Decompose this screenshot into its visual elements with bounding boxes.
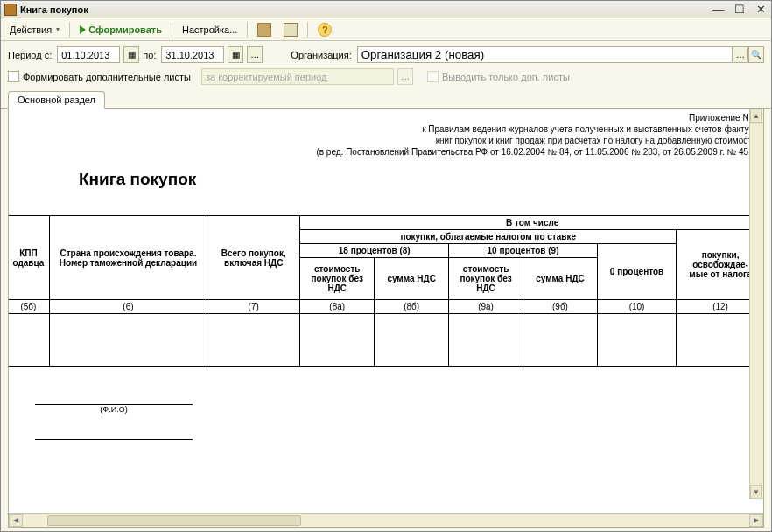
period-to-input[interactable] (161, 46, 224, 63)
corrected-period-button: … (397, 68, 413, 85)
data-cell (9, 314, 49, 367)
actions-label: Действия (10, 24, 52, 35)
col-taxable: покупки, облагаемые налогом по ставке (300, 230, 677, 244)
signature-block: (Ф.И.О) (35, 393, 763, 440)
tab-main-section[interactable]: Основной раздел (8, 91, 105, 108)
report-meta-2: к Правилам ведения журналов учета получе… (16, 123, 756, 135)
num-8a: (8а) (300, 300, 375, 314)
scroll-right-button[interactable]: ▶ (749, 514, 763, 527)
data-cell (523, 314, 598, 367)
hscroll-track[interactable] (23, 514, 749, 527)
only-extra-checkbox (427, 71, 439, 82)
col-0: 0 процентов (597, 244, 676, 300)
num-9a: (9а) (449, 300, 523, 314)
period-from-input[interactable] (57, 46, 120, 63)
hscroll-thumb[interactable] (47, 515, 301, 526)
col-8a-h: стоимость покупок без НДС (300, 258, 375, 300)
generate-label: Сформировать (88, 24, 162, 35)
folder-icon (284, 23, 298, 37)
org-select-button[interactable]: … (733, 46, 748, 63)
data-cell (300, 314, 375, 367)
vertical-scrollbar[interactable]: ▲ ▼ (749, 108, 763, 499)
data-cell (375, 314, 449, 367)
horizontal-scrollbar[interactable]: ◀ ▶ (9, 513, 763, 527)
toolbar-separator (307, 22, 308, 38)
tab-main-label: Основной раздел (18, 94, 95, 105)
tab-bar: Основной раздел (1, 90, 771, 108)
help-button[interactable]: ? (312, 21, 337, 38)
only-extra-label: Выводить только доп. листы (442, 72, 570, 82)
corrected-period-field: за корректируемый период (201, 68, 394, 85)
signature-line-2 (35, 428, 193, 440)
toolbar-separator (172, 22, 172, 38)
main-toolbar: Действия Сформировать Настройка... ? (1, 18, 771, 41)
col-9a-h: стоимость покупок без НДС (449, 258, 523, 300)
report-meta-1: Приложение N 2 (16, 112, 756, 123)
generate-button[interactable]: Сформировать (74, 23, 167, 37)
period-to-calendar[interactable]: ▦ (228, 46, 243, 63)
num-9b: (9б) (523, 300, 598, 314)
report-area: Приложение N 2 к Правилам ведения журнал… (8, 108, 764, 528)
signature-label: (Ф.И.О) (35, 405, 193, 414)
num-5b: (5б) (9, 300, 49, 314)
window-title: Книга покупок (20, 4, 712, 15)
data-cell (49, 314, 207, 367)
data-cell (207, 314, 300, 367)
extra-sheets-checkbox[interactable] (8, 71, 19, 82)
col-total: Всего покупок, включая НДС (207, 216, 300, 300)
scroll-left-button[interactable]: ◀ (9, 514, 23, 527)
app-icon (4, 4, 17, 16)
num-10: (10) (597, 300, 676, 314)
data-cell (449, 314, 523, 367)
purchase-table: КПП одавца Страна происхождения товара. … (9, 215, 763, 367)
col-8b-h: сумма НДС (375, 258, 449, 300)
period-from-label: Период с: (8, 50, 53, 60)
col-18: 18 процентов (8) (300, 244, 449, 258)
scroll-down-button[interactable]: ▼ (750, 485, 762, 499)
vscroll-track[interactable] (750, 122, 763, 485)
settings-label: Настройка... (182, 24, 237, 35)
minimize-button[interactable]: — (712, 3, 726, 16)
report-meta-4: (в ред. Постановлений Правительства РФ о… (16, 146, 756, 158)
period-select-button[interactable]: … (247, 46, 263, 63)
maximize-button[interactable]: ☐ (733, 3, 747, 16)
corrected-period-placeholder: за корректируемый период (206, 72, 327, 82)
report-title: Книга покупок (9, 159, 763, 215)
settings-button[interactable]: Настройка... (177, 23, 242, 37)
col-country: Страна происхождения товара. Номер тамож… (49, 216, 207, 300)
toolbar-separator (247, 22, 248, 38)
toolbar-separator (69, 22, 70, 38)
tool-icon-1[interactable] (252, 21, 277, 38)
extra-sheets-label: Формировать дополнительные листы (23, 72, 191, 82)
org-input[interactable] (357, 46, 733, 63)
window-titlebar: Книга покупок — ☐ ✕ (1, 1, 771, 18)
num-7: (7) (207, 300, 300, 314)
num-6: (6) (49, 300, 207, 314)
play-icon (80, 25, 86, 34)
report-meta-3: книг покупок и книг продаж при расчетах … (16, 135, 756, 146)
scroll-up-button[interactable]: ▲ (750, 108, 762, 122)
close-button[interactable]: ✕ (754, 3, 768, 16)
num-8b: (8б) (375, 300, 449, 314)
period-from-calendar[interactable]: ▦ (123, 46, 139, 63)
period-to-label: по: (143, 50, 158, 60)
report-meta: Приложение N 2 к Правилам ведения журнал… (9, 108, 763, 159)
org-search-button[interactable]: 🔍 (748, 46, 764, 63)
col-10: 10 процентов (9) (449, 244, 598, 258)
col-kpp: КПП одавца (9, 216, 49, 300)
col-including: В том числе (300, 216, 763, 230)
data-cell (597, 314, 676, 367)
actions-menu[interactable]: Действия (4, 23, 65, 37)
doc-icon (257, 23, 271, 37)
tool-icon-2[interactable] (278, 21, 303, 38)
org-label: Организация: (291, 50, 353, 60)
signature-line (35, 393, 193, 405)
col-9b-h: сумма НДС (523, 258, 598, 300)
help-icon: ? (318, 23, 332, 37)
